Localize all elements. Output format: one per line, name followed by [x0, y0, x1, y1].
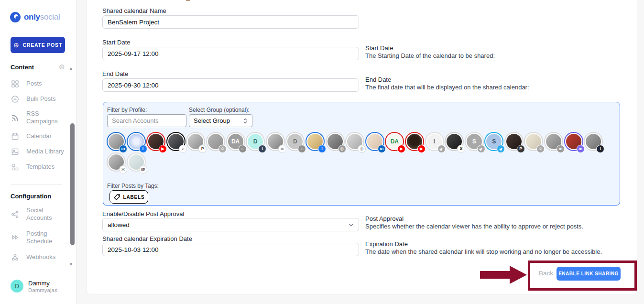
- sidebar: onlysocial ⊕ CREATE POST Content ⊕ Posts…: [0, 0, 76, 304]
- scroll-up-icon[interactable]: ▲: [69, 66, 76, 71]
- configuration-section-header: Configuration: [11, 193, 51, 200]
- sidebar-item-posts[interactable]: Posts: [11, 79, 68, 88]
- account-avatar-tiktok[interactable]: ♪: [166, 132, 186, 151]
- end-date-input[interactable]: [102, 78, 359, 92]
- start-date-input[interactable]: [102, 47, 359, 60]
- user-profile[interactable]: D Dammy Dammyajas: [11, 280, 57, 293]
- account-avatar-threads[interactable]: @: [127, 152, 146, 172]
- marketplace-badge-icon: ⌂: [239, 145, 247, 153]
- end-date-help-title: End Date: [365, 76, 391, 83]
- account-avatar-x[interactable]: X: [445, 132, 464, 151]
- annotation-arrow: [480, 271, 511, 279]
- sidebar-item-media-library[interactable]: Media Library: [11, 148, 68, 156]
- sidebar-item-templates[interactable]: Templates: [11, 163, 68, 172]
- account-avatar-marketplace[interactable]: D ⌂: [285, 132, 305, 151]
- profile-filter-panel: Filter by Profile: Select Group (optiona…: [103, 102, 620, 206]
- account-avatar-bluesky[interactable]: ж: [266, 132, 285, 151]
- threads-badge-icon: @: [139, 165, 147, 174]
- calendar-name-input[interactable]: [102, 15, 359, 29]
- x-badge-icon: X: [457, 145, 465, 153]
- account-avatar-mastodon[interactable]: m: [544, 132, 563, 151]
- sidebar-item-social-accounts[interactable]: Social Accounts: [11, 206, 68, 222]
- configuration-nav: Social Accounts Posting Schedule Webhook…: [11, 206, 68, 261]
- account-avatar-mastodon[interactable]: m: [564, 132, 583, 151]
- facebook-badge-icon: f: [318, 145, 326, 153]
- select-group-dropdown[interactable]: Select Group: [189, 114, 252, 127]
- expiration-date-label: Shared calendar Expiration Date: [102, 235, 192, 242]
- sidebar-scrollbar[interactable]: [70, 123, 75, 245]
- tumblr-badge-icon: t: [258, 145, 266, 153]
- grid-icon: [11, 79, 19, 88]
- rss-icon: [11, 113, 19, 122]
- onlysocial-logo-icon: [10, 11, 21, 23]
- instagram-badge-icon: ◎: [338, 145, 346, 153]
- mastodon-badge-icon: m: [577, 145, 585, 153]
- filter-by-profile-label: Filter by Profile:: [107, 107, 147, 113]
- reddit-badge-icon: ☺: [536, 145, 545, 153]
- sidebar-item-webhooks[interactable]: Webhooks: [11, 253, 68, 261]
- tumblr-badge-icon: t: [596, 145, 604, 153]
- add-content-icon[interactable]: ⊕: [59, 63, 65, 71]
- filter-tags-label: Filter Posts by Tags:: [107, 183, 159, 189]
- nav-item-label: Calendar: [26, 132, 66, 140]
- account-avatar-youtube[interactable]: ▶: [146, 132, 165, 151]
- expiration-date-input[interactable]: [102, 243, 359, 256]
- sidebar-divider: [11, 185, 62, 185]
- brand-logo[interactable]: onlysocial: [10, 11, 60, 23]
- account-avatar-pinterest[interactable]: P: [504, 132, 524, 151]
- webhook-icon: [11, 253, 19, 261]
- user-avatar: D: [11, 280, 23, 293]
- bluesky-badge-icon: ж: [278, 145, 286, 153]
- account-avatar-bluesky[interactable]: ж: [107, 152, 126, 172]
- labels-button[interactable]: LABELS: [109, 190, 148, 204]
- back-button[interactable]: Back: [539, 270, 553, 277]
- account-avatar-telegram[interactable]: I ▶: [425, 132, 444, 151]
- tag-icon: [113, 194, 120, 201]
- sidebar-item-posting-schedule[interactable]: Posting Schedule: [11, 230, 68, 246]
- account-avatar-instagram[interactable]: ◎: [326, 132, 345, 151]
- start-date-help-text: The Starting Date of the calendar to be …: [365, 52, 495, 59]
- sidebar-item-calendar[interactable]: Calendar: [11, 132, 68, 141]
- account-avatar-tumblr[interactable]: t: [584, 132, 603, 151]
- create-post-button[interactable]: ⊕ CREATE POST: [11, 37, 65, 53]
- nav-item-label: Webhooks: [26, 253, 66, 261]
- cropped-element-sliver: [186, 0, 190, 1]
- start-date-help-title: Start Date: [365, 44, 393, 52]
- start-date-label: Start Date: [102, 39, 131, 46]
- account-avatar-youtube[interactable]: DA ▶: [385, 132, 404, 151]
- account-avatar-list: in f ▶ ♪ P ☺DA ⌂D t жD ⌂ f ◎ ◎ inDA ▶ ▶I…: [107, 132, 616, 173]
- bluesky-badge-icon: ж: [119, 165, 127, 174]
- account-avatar-linkedin[interactable]: in: [365, 132, 384, 151]
- account-avatar-facebook[interactable]: f: [127, 132, 146, 151]
- sidebar-item-bulk-posts[interactable]: Bulk Posts: [11, 95, 68, 103]
- scroll-down-icon[interactable]: ▼: [69, 262, 76, 267]
- end-date-help-text: The final date that will be displayed on…: [365, 84, 529, 91]
- account-avatar-instagram[interactable]: ◎: [345, 132, 364, 151]
- post-approval-help-text: Specifies whether the calendar viewer ha…: [365, 223, 583, 230]
- user-name: Dammy: [28, 280, 57, 287]
- account-avatar-telegram[interactable]: S ▶: [484, 132, 503, 151]
- sidebar-item-rss-campaigns[interactable]: RSS Campaigns: [11, 110, 68, 126]
- brand-wordmark: onlysocial: [24, 12, 60, 22]
- linkedin-badge-icon: in: [119, 145, 127, 153]
- account-avatar-facebook[interactable]: f: [306, 132, 325, 151]
- end-date-label: End Date: [102, 70, 128, 77]
- post-approval-select[interactable]: allowed: [102, 218, 359, 231]
- account-avatar-reddit[interactable]: ☺: [206, 132, 225, 151]
- search-accounts-input[interactable]: [107, 114, 186, 127]
- account-avatar-youtube[interactable]: ▶: [405, 132, 424, 151]
- enable-link-sharing-button[interactable]: ENABLE LINK SHARING: [557, 267, 621, 281]
- account-avatar-linkedin[interactable]: in: [107, 132, 126, 151]
- youtube-badge-icon: ▶: [397, 145, 405, 153]
- account-avatar-marketplace[interactable]: DA ⌂: [226, 132, 245, 151]
- tiktok-badge-icon: ♪: [179, 145, 187, 153]
- account-avatar-reddit[interactable]: ☺: [524, 132, 543, 151]
- chevron-down-icon: [349, 223, 354, 227]
- youtube-badge-icon: ▶: [417, 145, 426, 153]
- account-avatar-pinterest[interactable]: P: [186, 132, 205, 151]
- account-avatar-telegram[interactable]: S ▶: [465, 132, 484, 151]
- nav-item-label: Bulk Posts: [26, 95, 66, 103]
- shared-calendar-form: Shared calendar Name Start Date Start Da…: [87, 0, 637, 295]
- account-avatar-tumblr[interactable]: D t: [246, 132, 265, 151]
- share-icon: [11, 210, 19, 218]
